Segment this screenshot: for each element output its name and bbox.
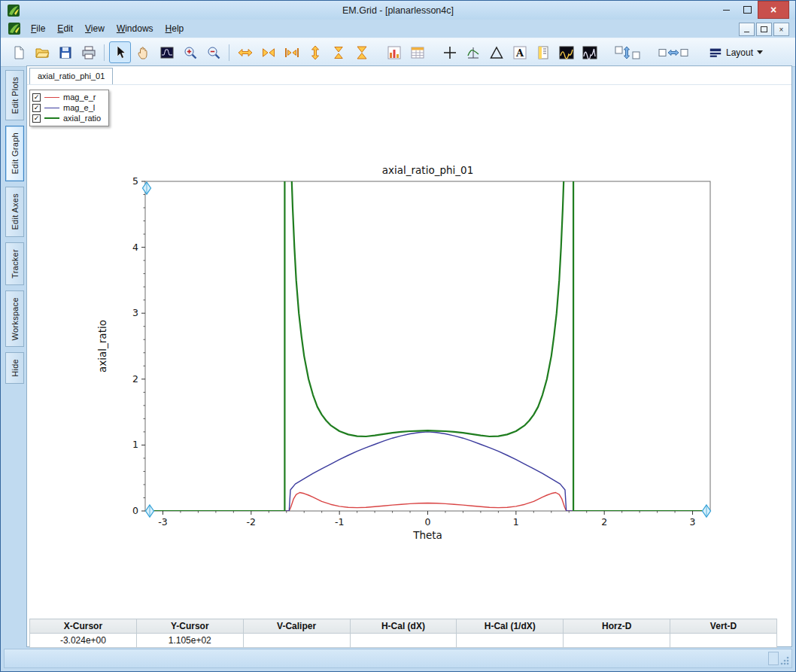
x-tick-label: -1 [335,516,344,528]
sidebar-tab-workspace[interactable]: Workspace [5,290,24,348]
y-tick-label: 0 [132,505,138,516]
crosshair-icon [442,45,457,60]
maximize-button[interactable] [737,2,758,18]
layout-vertical-button[interactable] [611,41,644,63]
mdi-controls: × [737,23,789,36]
zoom-out-button[interactable] [202,41,224,63]
minimize-icon [723,10,730,11]
y-tick-label: 5 [132,175,138,187]
data-table-button[interactable] [406,41,428,63]
cursor-column-header: X-Cursor [30,619,137,634]
menu-bar: FileEditViewWindowsHelp × [1,20,795,38]
y-tick-label: 1 [132,439,138,450]
open-file-button[interactable] [31,41,53,63]
legend-label: mag_e_l [63,103,95,112]
resize-grip[interactable] [779,655,790,666]
delta-marker-icon [489,45,504,60]
sidebar-tab-hide[interactable]: Hide [5,352,24,384]
y-axis-shrink-button[interactable] [327,41,349,63]
series-line-mag_e_l [145,432,710,511]
notes-button[interactable] [532,41,554,63]
delta-marker-button[interactable] [485,41,507,63]
layout-vertical-icon [614,45,641,60]
menu-file[interactable]: File [25,21,51,36]
legend-item: ✓mag_e_r [32,93,101,102]
app-logo-icon [8,5,20,17]
waveform-b-button[interactable] [579,41,600,63]
sidebar-tab-edit-plots[interactable]: Edit Plots [5,70,24,120]
zoom-region-button[interactable] [156,41,178,63]
content-panel: axial_ratio_phi_01 axial_ratio_phi_01-3-… [26,65,792,647]
legend-checkbox[interactable]: ✓ [32,114,41,123]
x-tick-label: -3 [158,516,167,528]
cursor-value-cell [564,634,670,648]
sidebar: Edit PlotsEdit GraphEdit AxesTrackerWork… [4,65,26,647]
layout-horizontal-button[interactable] [655,41,692,63]
mdi-restore-button[interactable] [756,23,772,36]
sidebar-tab-edit-axes[interactable]: Edit Axes [5,187,24,237]
y-axis-fit-button[interactable] [351,41,372,63]
mdi-close-button[interactable]: × [773,23,789,36]
pointer-button[interactable] [109,41,131,63]
sidebar-tab-label: Tracker [11,249,20,278]
sidebar-tab-tracker[interactable]: Tracker [5,242,24,285]
waveform-a-button[interactable] [555,41,577,63]
x-axis-shrink-icon [261,45,276,60]
document-logo-icon [8,23,20,35]
histogram-button[interactable] [383,41,405,63]
x-axis-fit-button[interactable] [281,41,302,63]
legend-line-sample [44,108,59,108]
mdi-minimize-button[interactable] [739,23,755,36]
pointer-icon [113,45,128,60]
x-tick-label: 3 [690,516,696,528]
mdi-restore-icon [761,26,767,32]
menu-edit[interactable]: Edit [51,21,79,36]
minimize-button[interactable] [715,2,737,18]
y-tick-label: 4 [132,242,138,253]
zoom-in-button[interactable] [179,41,201,63]
legend-item: ✓mag_e_l [32,103,101,112]
layout-horizontal-icon [658,45,689,60]
series-line-mag_e_r [145,493,710,512]
menu-view[interactable]: View [79,21,111,36]
sidebar-tab-label: Edit Plots [11,77,20,114]
crosshair-button[interactable] [439,41,460,63]
save-file-button[interactable] [54,41,76,63]
y-axis-shrink-icon [331,45,346,60]
open-file-icon [35,45,50,60]
y-axis-expand-button[interactable] [304,41,326,63]
close-button[interactable]: × [758,1,789,19]
main-area: Edit PlotsEdit GraphEdit AxesTrackerWork… [4,65,792,647]
curve-tracker-button[interactable] [462,41,484,63]
menu-windows[interactable]: Windows [111,21,160,36]
sidebar-tab-edit-graph[interactable]: Edit Graph [5,126,24,181]
save-file-icon [58,45,73,60]
layout-dropdown-label: Layout [726,47,753,58]
chart-canvas[interactable]: axial_ratio_phi_01-3-2-10123012345Thetaa… [27,85,791,618]
x-axis-expand-button[interactable] [234,41,256,63]
cursor-column-header: Vert-D [670,619,777,634]
plot-frame [145,181,710,511]
svg-text:A: A [515,47,524,59]
pan-hand-button[interactable] [132,41,154,63]
zoom-region-icon [160,45,175,60]
x-axis-shrink-button[interactable] [257,41,279,63]
waveform-b-icon [582,45,597,60]
print-button[interactable] [77,41,99,63]
pan-hand-icon [136,45,151,60]
cursor-value-cell [243,634,350,648]
zoom-out-icon [206,45,221,60]
toolbar-separator [229,44,229,61]
new-file-button[interactable] [8,41,29,63]
zoom-in-icon [183,45,198,60]
cursor-value-cell [350,634,457,648]
new-file-icon [11,45,26,60]
menu-help[interactable]: Help [160,21,190,36]
maximize-icon [743,6,752,14]
document-tab[interactable]: axial_ratio_phi_01 [29,68,113,84]
legend-checkbox[interactable]: ✓ [32,104,41,112]
text-label-button[interactable]: A [509,41,530,63]
layout-dropdown-button[interactable]: Layout [703,41,769,63]
cursor-column-header: H-Cal (dX) [350,619,457,634]
legend-checkbox[interactable]: ✓ [32,93,41,102]
